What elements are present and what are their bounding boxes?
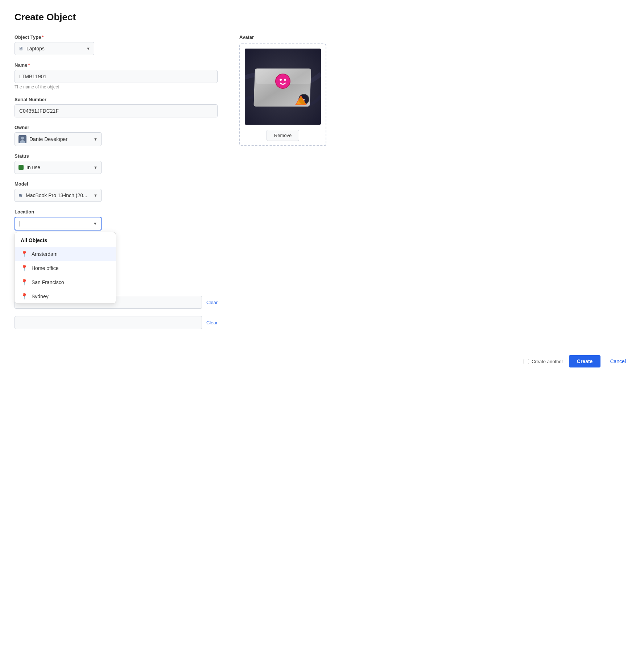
create-another-checkbox[interactable] xyxy=(524,359,529,364)
location-pin-icon: 📍 xyxy=(21,250,28,257)
owner-avatar-image xyxy=(18,135,26,143)
model-group: Model ≋ MacBook Pro 13-inch (20... ▼ xyxy=(15,181,218,202)
model-label: Model xyxy=(15,181,218,187)
object-type-select-container[interactable]: 🖥 Laptops ▼ xyxy=(15,42,94,55)
dropdown-item-label: Home office xyxy=(32,265,58,271)
avatar xyxy=(18,135,26,143)
owner-select-container[interactable]: Dante Developer ▼ xyxy=(15,132,102,146)
laptop-icon: 🖥 xyxy=(18,46,24,51)
location-group: Location ▼ All Objects 📍 Amsterdam 📍 Hom xyxy=(15,209,218,230)
dropdown-item-amsterdam[interactable]: 📍 Amsterdam xyxy=(15,247,116,261)
form-layout: Object Type* 🖥 Laptops ▼ Name* The name … xyxy=(15,34,629,336)
extra-field-2-input[interactable] xyxy=(15,316,202,329)
location-pin-icon: 📍 xyxy=(21,265,28,271)
model-value: MacBook Pro 13-inch (20... xyxy=(26,192,87,198)
object-type-select[interactable]: 🖥 Laptops ▼ xyxy=(15,42,94,55)
status-select-container[interactable]: In use ▼ xyxy=(15,161,102,174)
status-dot xyxy=(18,165,24,170)
avatar-label: Avatar xyxy=(239,34,326,40)
create-button[interactable]: Create xyxy=(569,355,601,367)
model-select-container[interactable]: ≋ MacBook Pro 13-inch (20... ▼ xyxy=(15,189,102,202)
svg-point-9 xyxy=(284,79,286,81)
avatar-section: Avatar xyxy=(239,34,326,146)
svg-point-1 xyxy=(21,137,24,140)
dropdown-item-label: Sydney xyxy=(32,294,49,299)
model-icon: ≋ xyxy=(18,192,23,198)
dropdown-item-label: Amsterdam xyxy=(32,251,58,257)
chevron-down-icon: ▼ xyxy=(94,137,98,141)
serial-number-group: Serial Number xyxy=(15,97,218,117)
object-type-label: Object Type* xyxy=(15,34,218,40)
owner-value: Dante Developer xyxy=(29,136,67,142)
location-label: Location xyxy=(15,209,218,215)
serial-number-label: Serial Number xyxy=(15,97,218,102)
form-left: Object Type* 🖥 Laptops ▼ Name* The name … xyxy=(15,34,218,336)
svg-point-8 xyxy=(280,79,282,81)
owner-group: Owner Dante Developer ▼ xyxy=(15,125,218,146)
extra-field-2-row: Clear xyxy=(15,316,218,329)
create-another-label[interactable]: Create another xyxy=(524,359,563,364)
avatar-image-box: ♠ xyxy=(245,49,321,125)
name-group: Name* The name of the object xyxy=(15,62,218,90)
status-select[interactable]: In use ▼ xyxy=(15,161,102,174)
owner-select[interactable]: Dante Developer ▼ xyxy=(15,132,102,146)
dropdown-item-san-francisco[interactable]: 📍 San Francisco xyxy=(15,275,116,289)
status-group: Status In use ▼ xyxy=(15,153,218,174)
status-label: Status xyxy=(15,153,218,159)
remove-avatar-button[interactable]: Remove xyxy=(267,130,299,141)
clear-link-2[interactable]: Clear xyxy=(206,320,218,325)
dropdown-item-home-office[interactable]: 📍 Home office xyxy=(15,261,116,275)
text-cursor xyxy=(20,221,20,227)
location-pin-icon: 📍 xyxy=(21,279,28,286)
form-footer: Create another Create Cancel xyxy=(15,348,629,367)
status-value: In use xyxy=(26,165,40,170)
dropdown-header: All Objects xyxy=(15,232,116,247)
owner-label: Owner xyxy=(15,125,218,130)
name-hint: The name of the object xyxy=(15,84,218,90)
dropdown-item-sydney[interactable]: 📍 Sydney xyxy=(15,289,116,303)
chevron-down-icon: ▼ xyxy=(86,46,90,51)
object-type-value: Laptops xyxy=(26,46,45,51)
serial-number-input[interactable] xyxy=(15,104,218,117)
clear-link-1[interactable]: Clear xyxy=(206,300,218,305)
chevron-down-icon: ▼ xyxy=(94,193,98,198)
location-dropdown: All Objects 📍 Amsterdam 📍 Home office 📍 … xyxy=(15,232,116,304)
location-select-container[interactable]: ▼ All Objects 📍 Amsterdam 📍 Home office … xyxy=(15,217,102,230)
object-type-group: Object Type* 🖥 Laptops ▼ xyxy=(15,34,218,55)
chevron-down-icon: ▼ xyxy=(93,221,97,226)
avatar-laptop-image: ♠ xyxy=(245,49,321,125)
location-input[interactable]: ▼ xyxy=(15,217,102,230)
avatar-container: ♠ Remove xyxy=(239,43,326,146)
dropdown-item-label: San Francisco xyxy=(32,279,64,285)
name-label: Name* xyxy=(15,62,218,68)
page-title: Create Object xyxy=(15,12,629,23)
name-input[interactable] xyxy=(15,70,218,83)
chevron-down-icon: ▼ xyxy=(94,165,98,170)
location-pin-icon: 📍 xyxy=(21,293,28,300)
model-select[interactable]: ≋ MacBook Pro 13-inch (20... ▼ xyxy=(15,189,102,202)
cancel-button[interactable]: Cancel xyxy=(606,355,629,367)
